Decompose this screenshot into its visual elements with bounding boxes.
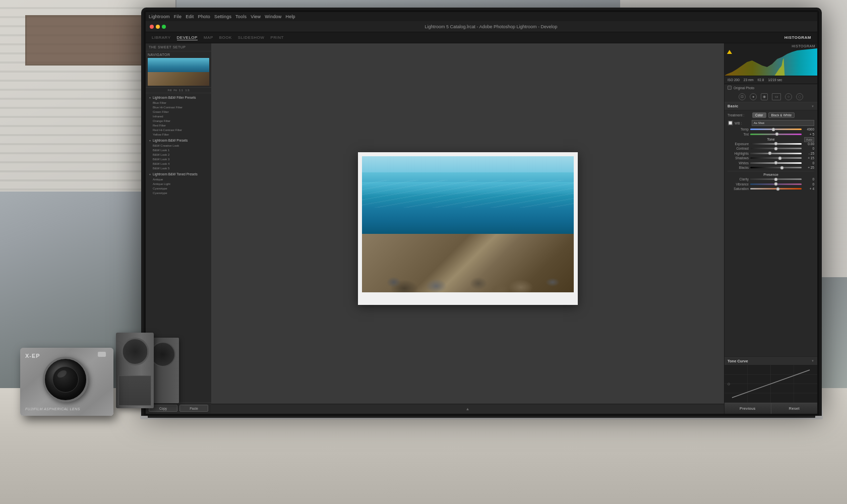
whites-slider-track[interactable] <box>750 162 802 164</box>
preset-bw-look5[interactable]: B&W Look 5 <box>146 166 211 170</box>
maximize-button[interactable] <box>162 25 166 29</box>
exposure-value: 0.00 <box>803 142 814 146</box>
saturation-slider-track[interactable] <box>750 188 802 190</box>
blacks-label: Blacks <box>728 166 749 169</box>
preset-antique-light[interactable]: Antique Light <box>146 181 211 186</box>
crop-tool[interactable]: ⊡ <box>739 93 746 100</box>
temp-slider-thumb[interactable] <box>771 128 775 131</box>
preset-blue-hi[interactable]: Blue Hi-Contrast Filter <box>146 105 211 109</box>
preset-green[interactable]: Green Filter <box>146 109 211 114</box>
tint-slider-thumb[interactable] <box>775 133 779 136</box>
whites-slider-thumb[interactable] <box>774 161 778 165</box>
preset-group-bwtoned-title[interactable]: Lightroom B&W Toned Presets <box>146 171 211 177</box>
menu-item-window[interactable]: Window <box>265 14 281 19</box>
preset-cyanotype[interactable]: Cyanotype <box>146 186 211 191</box>
lens-cap-2-glass <box>150 342 175 367</box>
module-slideshow[interactable]: SLIDESHOW <box>238 35 265 40</box>
close-button[interactable] <box>150 25 154 29</box>
menu-item-edit[interactable]: Edit <box>186 14 194 19</box>
preset-bw-look4[interactable]: B&W Look 4 <box>146 161 211 166</box>
module-develop[interactable]: DEVELOP <box>177 35 198 40</box>
preset-infrared[interactable]: Infrared <box>146 114 211 118</box>
menu-item-lightroom[interactable]: Lightroom <box>149 14 170 19</box>
contrast-slider-thumb[interactable] <box>774 147 778 150</box>
zoom-1-3[interactable]: 1:3 <box>185 89 189 92</box>
basic-panel-header[interactable]: Basic ▼ <box>724 102 817 110</box>
color-button[interactable]: Color <box>752 112 766 118</box>
spot-removal-tool[interactable]: ● <box>750 93 757 100</box>
preset-group-bwfilter-title[interactable]: Lightroom B&W Filter Presets <box>146 95 211 100</box>
tint-row: Tint + 5 <box>728 133 814 136</box>
menu-item-tools[interactable]: Tools <box>235 14 247 19</box>
shadows-slider-thumb[interactable] <box>778 156 782 160</box>
preset-bw-creative[interactable]: B&W Creative Look <box>146 143 211 148</box>
temp-slider-track[interactable] <box>750 129 802 130</box>
camera-body: X-EP FUJIFILM ASPHERICAL LENS <box>20 348 113 416</box>
module-book[interactable]: BOOK <box>219 35 232 40</box>
preset-yellow[interactable]: Yellow Filter <box>146 132 211 137</box>
preset-bw-look3[interactable]: B&W Look 3 <box>146 157 211 161</box>
clarity-slider-thumb[interactable] <box>774 177 778 181</box>
original-photo-checkbox[interactable] <box>728 86 732 90</box>
blacks-slider-thumb[interactable] <box>780 166 784 169</box>
navigator-label: Navigator <box>148 53 170 56</box>
module-map[interactable]: MAP <box>204 35 213 40</box>
zoom-fill[interactable]: Fill <box>167 89 171 92</box>
preset-blue-filter[interactable]: Blue Filter <box>146 100 211 105</box>
zoom-fit[interactable]: Fit <box>173 89 177 92</box>
contrast-slider-track[interactable] <box>750 148 802 149</box>
highlights-slider-thumb[interactable] <box>768 152 771 155</box>
wb-select[interactable]: As Shot <box>752 120 814 126</box>
menu-item-file[interactable]: File <box>174 14 182 19</box>
wb-row: 🔲 WB : As Shot <box>728 120 814 126</box>
histogram-title: Histogram <box>792 44 815 48</box>
preset-bw-look2[interactable]: B&W Look 2 <box>146 152 211 157</box>
dropper-icon[interactable]: 🔲 <box>728 120 733 125</box>
auto-button[interactable]: Auto <box>804 137 814 142</box>
menu-item-view[interactable]: View <box>251 14 261 19</box>
preset-red-hi[interactable]: Red Hi-Contrast Filter <box>146 128 211 132</box>
menu-item-help[interactable]: Help <box>286 14 295 19</box>
graduated-filter-tool[interactable]: ▭ <box>772 93 781 100</box>
preset-cyanotype2[interactable]: Cyanotype <box>146 191 211 195</box>
preset-group-bwpresets-title[interactable]: Lightroom B&W Presets <box>146 138 211 143</box>
previous-button[interactable]: Previous <box>724 403 771 414</box>
bw-button[interactable]: Black & White <box>768 112 795 118</box>
paste-button[interactable]: Paste <box>179 405 208 412</box>
exposure-slider-thumb[interactable] <box>774 142 778 146</box>
reset-button[interactable]: Reset <box>771 403 818 414</box>
radial-filter-tool[interactable]: ○ <box>785 93 792 100</box>
preset-orange[interactable]: Orange Filter <box>146 118 211 123</box>
tool-bar: ⊡ ● ◉ ▭ ○ ◌ <box>724 91 817 102</box>
center-arrow-icon[interactable]: ▲ <box>466 407 470 411</box>
highlights-slider-track[interactable] <box>750 153 802 154</box>
highlights-row: Highlights - 25 <box>728 152 814 155</box>
module-library[interactable]: LIBRARY <box>152 35 171 40</box>
shadows-slider-track[interactable] <box>750 157 802 159</box>
main-photo[interactable] <box>362 156 574 292</box>
clarity-slider-track[interactable] <box>750 178 802 180</box>
exposure-slider-track[interactable] <box>750 143 802 145</box>
saturation-slider-thumb[interactable] <box>776 187 780 191</box>
preset-red[interactable]: Red Filter <box>146 123 211 128</box>
zoom-1-1[interactable]: 1:1 <box>179 89 183 92</box>
histogram-label: Histogram <box>784 35 811 40</box>
menu-item-photo[interactable]: Photo <box>198 14 210 19</box>
adjustment-brush-tool[interactable]: ◌ <box>796 93 803 100</box>
minimize-button[interactable] <box>156 25 160 29</box>
vibrance-slider-track[interactable] <box>750 183 802 185</box>
menu-item-settings[interactable]: Settings <box>214 14 231 19</box>
preset-antique[interactable]: Antique <box>146 177 211 181</box>
clarity-label: Clarity <box>728 177 749 181</box>
camera-shutter: 1/219 sec <box>768 78 782 82</box>
wb-value: As Shot <box>754 121 764 124</box>
tint-slider-track[interactable] <box>750 134 802 135</box>
module-print[interactable]: PRINT <box>270 35 284 40</box>
tone-curve-header[interactable]: Tone Curve ▼ <box>724 357 817 365</box>
blacks-slider-track[interactable] <box>750 167 802 168</box>
vibrance-slider-thumb[interactable] <box>774 182 778 186</box>
presence-label: Presence <box>763 173 778 176</box>
red-eye-tool[interactable]: ◉ <box>761 93 768 100</box>
preset-bw-look1[interactable]: B&W Look 1 <box>146 148 211 152</box>
brand-label: THE SWEET SETUP <box>146 43 211 51</box>
